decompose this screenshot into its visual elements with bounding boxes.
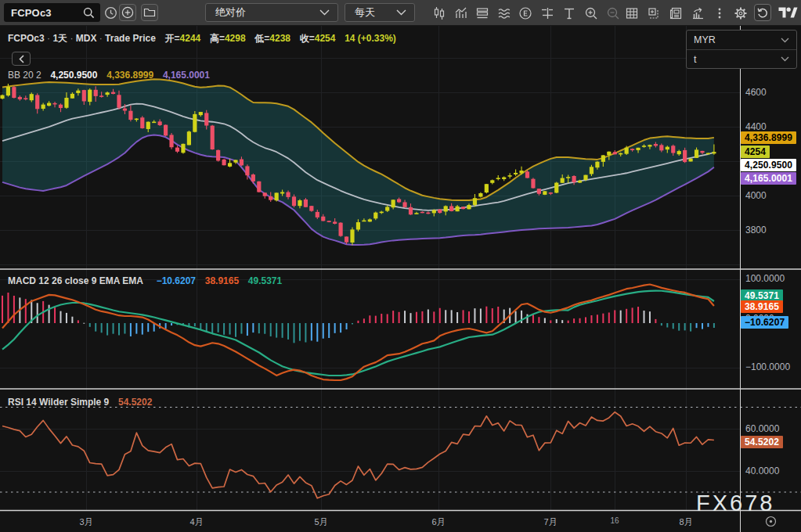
export-chart-button[interactable] bbox=[690, 5, 705, 20]
timezone-target-icon[interactable] bbox=[765, 516, 777, 530]
rsi-legend-name: RSI 14 Wilder Simple 9 bbox=[8, 397, 109, 408]
price-tag: 4,165.0001 bbox=[741, 172, 796, 185]
text-icon bbox=[562, 6, 576, 20]
chart-style-button[interactable] bbox=[431, 5, 446, 20]
rsi-indicator-legend[interactable]: RSI 14 Wilder Simple 9 54.5202 bbox=[8, 397, 152, 408]
zoom-in-icon bbox=[584, 6, 598, 20]
folder-icon bbox=[143, 6, 156, 19]
chevron-down-icon bbox=[781, 56, 789, 62]
text-tool-button[interactable] bbox=[561, 5, 576, 20]
interval-dropdown[interactable]: 每天 bbox=[345, 3, 415, 22]
candlestick-icon bbox=[432, 6, 446, 20]
legend-close-value: 4254 bbox=[315, 33, 336, 44]
chart-export-icon bbox=[691, 6, 705, 20]
more-options-button[interactable] bbox=[712, 5, 727, 20]
currency-dropdown[interactable]: MYR bbox=[687, 31, 796, 49]
unit-dropdown[interactable]: t bbox=[687, 49, 796, 68]
rsi-axis-label: 60.0000 bbox=[745, 423, 779, 434]
zoom-out-button[interactable] bbox=[605, 5, 620, 20]
news-icon bbox=[669, 6, 683, 20]
macd-indicator-legend[interactable]: MACD 12 26 close 9 EMA EMA −10.6207 38.9… bbox=[8, 275, 282, 286]
macd-value-tag: 38.9165 bbox=[741, 300, 783, 313]
collapse-legend-button[interactable] bbox=[12, 52, 31, 66]
price-tag: 4254 bbox=[741, 146, 770, 158]
unit-value: t bbox=[694, 54, 696, 65]
legend-interval: 1天 bbox=[52, 33, 67, 44]
kebab-menu-icon bbox=[713, 6, 727, 20]
table-icon bbox=[625, 6, 639, 20]
rsi-axis-label: 40.0000 bbox=[745, 466, 779, 476]
open-layout-button[interactable] bbox=[141, 4, 158, 21]
interval-value: 每天 bbox=[345, 5, 375, 20]
legend-close-label: 收= bbox=[300, 33, 315, 44]
legend-exchange: MDX bbox=[76, 33, 97, 44]
price-tag: 4,336.8999 bbox=[741, 131, 796, 144]
indicators-icon bbox=[454, 6, 468, 20]
currency-unit-selector: MYR t bbox=[686, 30, 797, 69]
alert-button[interactable] bbox=[539, 5, 554, 20]
compare-layout-button[interactable] bbox=[474, 5, 489, 20]
layers-icon bbox=[475, 6, 489, 20]
add-symbol-button[interactable] bbox=[119, 4, 136, 21]
undo-button[interactable] bbox=[754, 4, 771, 21]
plus-circle-icon bbox=[121, 6, 134, 19]
legend-open-label: 开= bbox=[165, 33, 180, 44]
bb-upper-value: 4,336.8999 bbox=[106, 70, 153, 81]
legend-low-value: 4238 bbox=[269, 33, 290, 44]
price-axis-label: 4000 bbox=[745, 190, 767, 201]
add-pane-button[interactable] bbox=[646, 5, 661, 20]
chevron-down-icon bbox=[781, 38, 789, 43]
symbol-legend[interactable]: FCPOc3 · 1天 · MDX · Trade Price 开=4244 高… bbox=[8, 32, 396, 45]
rsi-value-tag: 54.5202 bbox=[741, 436, 783, 448]
chevron-down-icon bbox=[319, 9, 330, 16]
time-axis-label[interactable]: 7月 bbox=[543, 516, 557, 528]
macd-value-tag: −10.6207 bbox=[741, 316, 788, 329]
market-grid-button[interactable] bbox=[624, 5, 639, 20]
macd-axis-label: −100.0000 bbox=[745, 361, 790, 372]
bb-lower-value: 4,165.0001 bbox=[163, 70, 210, 81]
bb-indicator-legend[interactable]: BB 20 2 4,250.9500 4,336.8999 4,165.0001 bbox=[8, 70, 210, 81]
macd-hist-value: −10.6207 bbox=[157, 275, 196, 286]
gear-icon bbox=[734, 6, 748, 20]
time-history-button[interactable] bbox=[102, 4, 119, 21]
time-axis-label[interactable]: 4月 bbox=[189, 516, 203, 528]
price-axis-label: 3800 bbox=[745, 225, 767, 235]
time-axis-label[interactable]: 8月 bbox=[679, 516, 692, 528]
rsi-value: 54.5202 bbox=[118, 397, 152, 408]
legend-change-value: 14 (+0.33%) bbox=[345, 33, 396, 44]
macd-signal-value: 49.5371 bbox=[248, 275, 282, 286]
bb-mid-value: 4,250.9500 bbox=[50, 70, 97, 81]
price-axis-label: 4400 bbox=[745, 121, 767, 132]
circled-e-icon bbox=[518, 6, 532, 20]
macd-axis-label: 100.0000 bbox=[745, 273, 785, 284]
tradingview-logo[interactable] bbox=[777, 4, 799, 21]
chevron-left-icon bbox=[19, 55, 24, 63]
legend-high-value: 4298 bbox=[225, 33, 246, 44]
settings-button[interactable] bbox=[733, 5, 748, 20]
news-button[interactable] bbox=[668, 5, 683, 20]
top-toolbar: FCPOc3 绝对价 每天 bbox=[0, 0, 801, 26]
legend-high-label: 高= bbox=[210, 33, 225, 44]
price-type-value: 绝对价 bbox=[206, 5, 246, 20]
add-pane-icon bbox=[647, 6, 661, 20]
time-axis-label[interactable]: 16 bbox=[610, 516, 619, 525]
time-axis-label[interactable]: 6月 bbox=[431, 516, 445, 528]
price-axis-label: 4600 bbox=[745, 87, 767, 98]
events-button[interactable] bbox=[518, 5, 532, 20]
patterns-button[interactable] bbox=[496, 5, 511, 20]
zoom-in-button[interactable] bbox=[583, 5, 598, 20]
symbol-search-value: FCPOc3 bbox=[4, 7, 83, 19]
macd-legend-name: MACD 12 26 close 9 EMA EMA bbox=[8, 275, 143, 286]
legend-open-value: 4244 bbox=[180, 33, 201, 44]
macd-line-value: 38.9165 bbox=[205, 275, 239, 286]
price-type-dropdown[interactable]: 绝对价 bbox=[205, 3, 338, 22]
tradingview-logo-icon bbox=[778, 7, 798, 18]
undo-icon bbox=[756, 6, 769, 19]
indicators-button[interactable] bbox=[453, 5, 468, 20]
zoom-out-icon bbox=[606, 6, 620, 20]
bb-legend-name: BB 20 2 bbox=[8, 70, 41, 81]
time-axis-label[interactable]: 3月 bbox=[79, 516, 92, 528]
symbol-search-input[interactable]: FCPOc3 bbox=[4, 3, 100, 22]
legend-symbol: FCPOc3 bbox=[8, 33, 45, 44]
time-axis-label[interactable]: 5月 bbox=[314, 516, 327, 528]
